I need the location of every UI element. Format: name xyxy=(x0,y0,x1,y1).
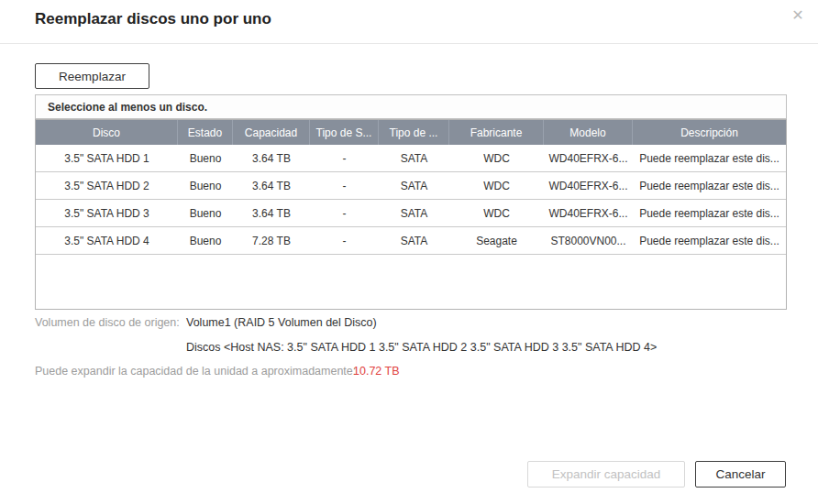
cell-tipo-s: - xyxy=(310,227,379,254)
cell-modelo: WD40EFRX-6... xyxy=(544,145,633,171)
cell-descripcion: Puede reemplazar este dis... xyxy=(633,172,786,199)
cell-tipo: SATA xyxy=(379,145,449,171)
col-header-modelo[interactable]: Modelo xyxy=(544,120,633,145)
col-header-tipo[interactable]: Tipo de ... xyxy=(379,120,449,145)
cell-tipo: SATA xyxy=(379,172,449,199)
cell-tipo-s: - xyxy=(310,145,379,171)
close-icon[interactable]: ✕ xyxy=(787,5,809,27)
table-row-hdd1[interactable]: 3.5" SATA HDD 1 Bueno 3.64 TB - SATA WDC… xyxy=(36,145,786,172)
cell-tipo-s: - xyxy=(310,200,379,226)
cell-capacidad: 3.64 TB xyxy=(233,145,310,171)
cell-descripcion: Puede reemplazar este dis... xyxy=(633,145,786,171)
expand-capacity-label: Puede expandir la capacidad de la unidad… xyxy=(35,365,356,378)
col-header-disco[interactable]: Disco xyxy=(36,120,178,145)
table-header-row: Disco Estado Capacidad Tipo de S... Tipo… xyxy=(36,120,786,145)
cell-descripcion: Puede reemplazar este dis... xyxy=(633,227,786,254)
col-header-descripcion[interactable]: Descripción xyxy=(633,120,786,145)
cell-estado: Bueno xyxy=(178,172,233,199)
cell-modelo: WD40EFRX-6... xyxy=(544,200,633,226)
col-header-capacidad[interactable]: Capacidad xyxy=(233,120,310,145)
cell-fabricante: WDC xyxy=(449,200,544,226)
cell-tipo: SATA xyxy=(379,200,449,226)
selection-notice: Seleccione al menos un disco. xyxy=(35,94,787,119)
col-header-tipo-s[interactable]: Tipo de S... xyxy=(310,120,379,145)
source-disks-value: Discos <Host NAS: 3.5" SATA HDD 1 3.5" S… xyxy=(186,341,657,354)
source-volume-label: Volumen de disco de origen: xyxy=(35,316,180,329)
table-row-hdd3[interactable]: 3.5" SATA HDD 3 Bueno 3.64 TB - SATA WDC… xyxy=(36,200,786,227)
cancel-button[interactable]: Cancelar xyxy=(695,461,786,488)
cell-disco: 3.5" SATA HDD 2 xyxy=(36,172,178,199)
cell-estado: Bueno xyxy=(178,145,233,171)
cell-disco: 3.5" SATA HDD 4 xyxy=(36,227,178,254)
cell-tipo: SATA xyxy=(379,227,449,254)
col-header-estado[interactable]: Estado xyxy=(178,120,233,145)
cell-capacidad: 3.64 TB xyxy=(233,172,310,199)
cell-fabricante: Seagate xyxy=(449,227,544,254)
cell-capacidad: 3.64 TB xyxy=(233,200,310,226)
source-volume-value: Volume1 (RAID 5 Volumen del Disco) xyxy=(186,316,377,329)
title-divider xyxy=(0,43,818,44)
cell-modelo: ST8000VN00... xyxy=(544,227,633,254)
cell-modelo: WD40EFRX-6... xyxy=(544,172,633,199)
col-header-fabricante[interactable]: Fabricante xyxy=(449,120,544,145)
replace-button[interactable]: Reemplazar xyxy=(35,63,149,89)
cell-capacidad: 7.28 TB xyxy=(233,227,310,254)
table-row-hdd4[interactable]: 3.5" SATA HDD 4 Bueno 7.28 TB - SATA Sea… xyxy=(36,227,786,255)
cell-tipo-s: - xyxy=(310,172,379,199)
cell-descripcion: Puede reemplazar este dis... xyxy=(633,200,786,226)
cell-fabricante: WDC xyxy=(449,172,544,199)
replace-disks-dialog: Reemplazar discos uno por uno ✕ Reemplaz… xyxy=(0,0,818,504)
cell-disco: 3.5" SATA HDD 1 xyxy=(36,145,178,171)
cell-estado: Bueno xyxy=(178,227,233,254)
expand-capacity-value: 10.72 TB xyxy=(353,365,400,378)
page-title: Reemplazar discos uno por uno xyxy=(35,10,271,28)
disk-table: Disco Estado Capacidad Tipo de S... Tipo… xyxy=(35,119,787,310)
expand-capacity-button[interactable]: Expandir capacidad xyxy=(527,461,685,488)
cell-estado: Bueno xyxy=(178,200,233,226)
cell-disco: 3.5" SATA HDD 3 xyxy=(36,200,178,226)
cell-fabricante: WDC xyxy=(449,145,544,171)
table-row-hdd2[interactable]: 3.5" SATA HDD 2 Bueno 3.64 TB - SATA WDC… xyxy=(36,172,786,200)
